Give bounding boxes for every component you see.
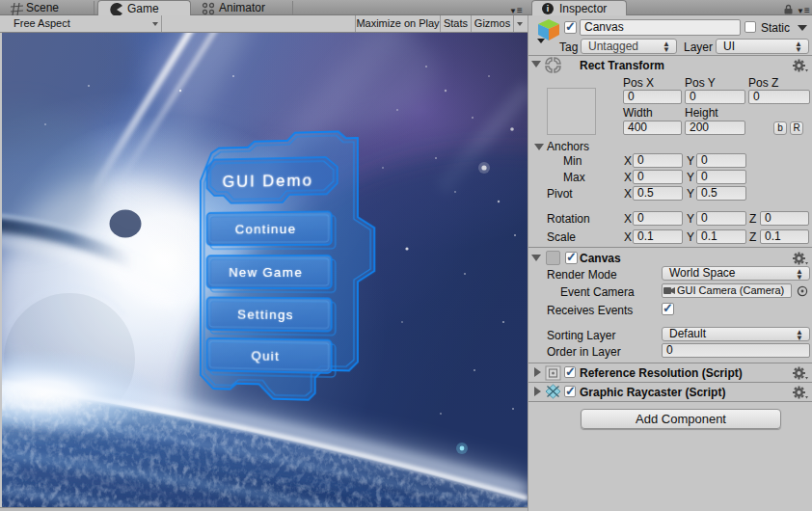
svg-text:Settings: Settings xyxy=(237,307,294,322)
svg-text:Quit: Quit xyxy=(252,348,281,363)
svg-text:Continue: Continue xyxy=(235,222,297,237)
svg-text:New Game: New Game xyxy=(229,265,303,280)
svg-text:GUI Demo: GUI Demo xyxy=(223,171,313,191)
